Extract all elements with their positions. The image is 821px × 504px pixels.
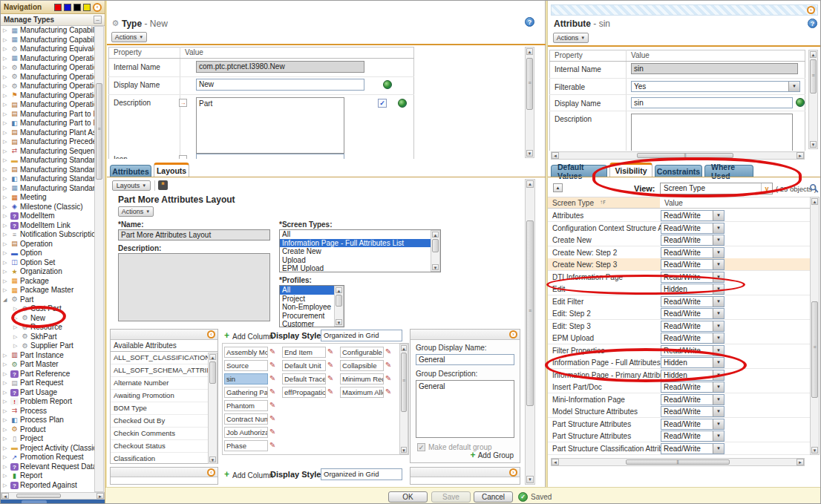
tree-collapsed-icon[interactable]: ▷ bbox=[3, 166, 9, 175]
layout-actions-button[interactable]: Actions▼ bbox=[118, 206, 154, 217]
edit-pencil-icon[interactable]: ✎ bbox=[385, 375, 391, 382]
scroll-up-icon[interactable]: ▲ bbox=[810, 51, 817, 58]
icon-field[interactable] bbox=[196, 154, 344, 159]
minimize-icon[interactable]: – bbox=[94, 16, 102, 24]
group-display-name-field[interactable]: General bbox=[416, 354, 514, 365]
edit-pencil-icon[interactable]: ✎ bbox=[327, 375, 333, 382]
globe-icon[interactable] bbox=[383, 80, 392, 89]
tree-item-part[interactable]: ◢⚙Part bbox=[1, 295, 94, 305]
value-dropdown[interactable]: Hidden▼ bbox=[661, 284, 724, 295]
tree-collapsed-icon[interactable]: ▷ bbox=[13, 323, 19, 333]
tree-collapsed-icon[interactable]: ▷ bbox=[3, 481, 9, 491]
available-attribute-classification[interactable]: Classification bbox=[111, 453, 208, 463]
value-column-header[interactable]: Value bbox=[660, 197, 810, 209]
edit-pencil-icon[interactable]: ✎ bbox=[385, 388, 391, 396]
tree-collapsed-icon[interactable]: ▷ bbox=[3, 277, 9, 287]
scroll-right-icon[interactable]: ► bbox=[797, 459, 804, 465]
profile-option-all[interactable]: All bbox=[280, 286, 335, 295]
profile-option-non-employee[interactable]: Non-Employee bbox=[280, 303, 335, 312]
dropdown-arrow-icon[interactable]: ▼ bbox=[788, 82, 799, 91]
scroll-up-icon[interactable]: ▲ bbox=[526, 180, 534, 188]
collapse-section-icon[interactable]: ‹ bbox=[207, 330, 215, 338]
grid-cell-sin[interactable]: sin✎ bbox=[223, 372, 281, 385]
tree-collapsed-icon[interactable]: ▷ bbox=[3, 434, 9, 444]
available-attribute-awaiting-promotion[interactable]: Awaiting Promotion bbox=[111, 390, 208, 402]
screen-types-listbox[interactable]: AllInformation Page - Full Attributes Li… bbox=[279, 229, 441, 272]
grid-scrollbar[interactable]: ▲ ≡ ▼ bbox=[399, 344, 408, 454]
scroll-down-icon[interactable]: ▼ bbox=[526, 150, 533, 157]
tree-item-manufacturing-standard-usa[interactable]: ▷▦Manufacturing Standard Usa bbox=[1, 184, 94, 194]
tree-item-reported-against[interactable]: ▷?Reported Against bbox=[1, 481, 94, 491]
scroll-thumb[interactable]: ≡ bbox=[526, 58, 533, 110]
help-icon[interactable]: ? bbox=[525, 17, 534, 27]
tree-collapsed-icon[interactable]: ▷ bbox=[3, 230, 9, 240]
globe-icon[interactable] bbox=[796, 98, 805, 107]
screen-type-option-create-new[interactable]: Create New bbox=[280, 247, 431, 256]
tree-collapsed-icon[interactable]: ▷ bbox=[3, 407, 9, 416]
tree-collapsed-icon[interactable]: ▷ bbox=[3, 425, 9, 435]
tree-collapsed-icon[interactable]: ▷ bbox=[3, 351, 9, 361]
dropdown-arrow-icon[interactable]: ▼ bbox=[713, 333, 724, 343]
tree-item-supplier-part[interactable]: ▷⚙Supplier Part bbox=[1, 341, 94, 351]
add-column-plus-icon[interactable]: + bbox=[224, 470, 229, 479]
add-column-label[interactable]: Add Column bbox=[232, 333, 273, 341]
screen-type-option-information-page-full-attributes-list[interactable]: Information Page - Full Attributes List bbox=[280, 239, 431, 248]
attr-prop-hscrollbar[interactable]: ◄ ⦀ ► bbox=[551, 151, 805, 160]
tree-item-process[interactable]: ▷⇉Process bbox=[1, 407, 94, 416]
value-dropdown[interactable]: Read/Write▼ bbox=[661, 443, 724, 454]
tree-item-part-reference[interactable]: ▷?Part Reference bbox=[1, 370, 94, 379]
profile-option-project[interactable]: Project bbox=[280, 295, 335, 304]
value-dropdown[interactable]: Read/Write▼ bbox=[661, 223, 724, 234]
edit-pencil-icon[interactable]: ✎ bbox=[269, 388, 275, 396]
edit-pencil-icon[interactable]: ✎ bbox=[269, 375, 275, 382]
scroll-down-icon[interactable]: ▼ bbox=[526, 476, 534, 483]
dropdown-arrow-icon[interactable]: ▼ bbox=[713, 297, 724, 307]
scroll-up-icon[interactable]: ▲ bbox=[526, 48, 533, 55]
available-attribute-bom-type[interactable]: BOM Type bbox=[111, 402, 208, 415]
scroll-thumb[interactable]: ≡ bbox=[811, 301, 818, 398]
tree-collapsed-icon[interactable]: ▷ bbox=[3, 221, 9, 231]
screen-type-column-header[interactable]: Screen Type ↑ꜰ bbox=[548, 197, 660, 209]
tree-item-modelitem-link[interactable]: ▷?ModelItem Link bbox=[1, 221, 94, 231]
tree-item-option[interactable]: ▷▬Option bbox=[1, 249, 94, 258]
tree-collapsed-icon[interactable]: ▷ bbox=[3, 54, 9, 64]
grid-cell-effpropagations[interactable]: effPropagationS✎ bbox=[281, 385, 339, 399]
tree-item-manufacturing-capability[interactable]: ▷▦Manufacturing Capability bbox=[1, 26, 94, 36]
grid-cell-contract-numbe[interactable]: Contract Numbe✎ bbox=[223, 412, 281, 425]
visibility-scrollbar[interactable]: ▲ ≡ ▼ bbox=[810, 197, 820, 455]
edit-pencil-icon[interactable]: ✎ bbox=[327, 388, 333, 396]
dropdown-arrow-icon[interactable]: ▼ bbox=[713, 370, 724, 380]
value-dropdown[interactable]: Read/Write▼ bbox=[661, 382, 724, 393]
tree-item-part-request[interactable]: ▷▤Part Request bbox=[1, 379, 94, 388]
tree-collapsed-icon[interactable]: ▷ bbox=[3, 156, 9, 166]
dropdown-arrow-icon[interactable]: ▼ bbox=[713, 444, 724, 454]
view-select[interactable]: Screen Type v bbox=[660, 183, 773, 194]
tab-visibility[interactable]: Visibility bbox=[609, 163, 652, 177]
tree-collapsed-icon[interactable]: ▷ bbox=[3, 471, 9, 481]
collapse-panel-icon[interactable]: ‹ bbox=[93, 3, 102, 12]
tree-collapsed-icon[interactable]: ▷ bbox=[3, 212, 9, 221]
value-dropdown[interactable]: Read/Write▼ bbox=[661, 406, 724, 417]
dropdown-arrow-icon[interactable]: ▼ bbox=[713, 407, 724, 416]
scroll-down-icon[interactable]: ▼ bbox=[401, 447, 407, 453]
edit-pencil-icon[interactable]: ✎ bbox=[385, 348, 391, 356]
grid-cell-source[interactable]: Source✎ bbox=[223, 359, 281, 372]
scroll-left-icon[interactable]: ◄ bbox=[552, 459, 559, 465]
nav-scrollbar-vertical[interactable]: ≡ bbox=[94, 26, 104, 492]
dropdown-arrow-icon[interactable]: ▼ bbox=[713, 309, 724, 318]
scroll-up-icon[interactable]: ▲ bbox=[432, 232, 439, 238]
scroll-thumb[interactable] bbox=[209, 361, 216, 384]
dropdown-arrow-icon[interactable]: ▼ bbox=[713, 395, 724, 405]
grid-cell-default-unit[interactable]: Default Unit✎ bbox=[281, 359, 339, 372]
edit-pencil-icon[interactable]: ✎ bbox=[385, 361, 391, 369]
dropdown-arrow-icon[interactable]: ▼ bbox=[713, 284, 724, 294]
tree-item-project[interactable]: ▷▯Project bbox=[1, 434, 94, 444]
tree-item-organization[interactable]: ▷★Organization bbox=[1, 267, 94, 277]
tab-layouts[interactable]: Layouts bbox=[154, 163, 189, 177]
make-default-checkbox[interactable]: ✓ bbox=[417, 443, 425, 451]
tree-item-relevant-request-data[interactable]: ▷?Relevant Request Data bbox=[1, 462, 94, 472]
tree-item-manufacturing-standard-pro[interactable]: ▷◧Manufacturing Standard Pro bbox=[1, 174, 94, 184]
scroll-thumb[interactable]: ⦀ bbox=[626, 459, 730, 465]
edit-pencil-icon[interactable]: ✎ bbox=[269, 415, 275, 422]
tree-item-new[interactable]: ▷⚙New bbox=[1, 314, 94, 324]
